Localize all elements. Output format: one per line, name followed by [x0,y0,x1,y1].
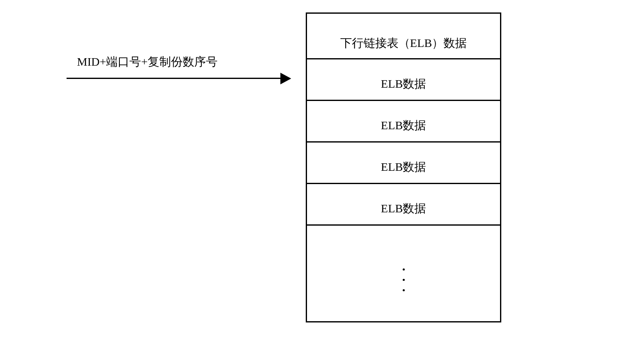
input-label: MID+端口号+复制份数序号 [77,54,218,70]
arrow-line [67,78,283,79]
dot-icon [403,279,405,281]
ellipsis-row [307,226,500,321]
elb-table: 下行链接表（ELB）数据 ELB数据 ELB数据 ELB数据 ELB数据 [306,12,501,322]
arrow [67,73,291,85]
dot-icon [403,268,405,271]
dot-icon [403,289,405,291]
table-row: ELB数据 [307,143,500,184]
arrow-head-icon [280,73,291,84]
table-row: ELB数据 [307,59,500,101]
table-row: 下行链接表（ELB）数据 [307,14,500,59]
table-row: ELB数据 [307,101,500,143]
table-row: ELB数据 [307,184,500,226]
